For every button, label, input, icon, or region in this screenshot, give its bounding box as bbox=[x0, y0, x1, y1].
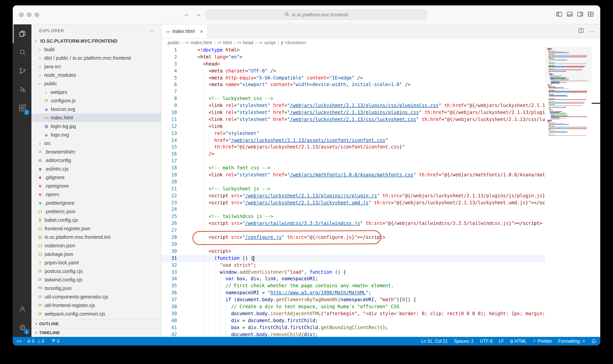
code-line-13[interactable]: 13 rel="stylesheet" bbox=[161, 130, 600, 137]
section-outline[interactable]: ›OUTLINE bbox=[31, 319, 161, 328]
code-line-21[interactable]: 21 <!-- luckysheet js --> bbox=[161, 186, 600, 193]
tree-item-tailwind-config-cjs[interactable]: JStailwind.config.cjs bbox=[31, 276, 161, 284]
code-line-28[interactable]: 28 <script src="/configure.js" th:src="@… bbox=[161, 234, 600, 241]
tree-item-browserslistrc[interactable]: ≡.browserslistrc bbox=[31, 148, 161, 156]
code-line-10[interactable]: 10 <link rel="stylesheet" href="/webjars… bbox=[161, 109, 600, 116]
more-actions-icon[interactable]: ⋯ bbox=[149, 27, 155, 34]
tree-item-login-bg-jpg[interactable]: ▦login-bg.jpg bbox=[31, 122, 161, 131]
code-line-1[interactable]: 1<!doctype html> bbox=[161, 47, 600, 54]
activity-item-search[interactable] bbox=[13, 43, 31, 62]
code-line-25[interactable]: 25 <!-- tailwindcss js --> bbox=[161, 213, 600, 220]
tree-item-editorconfig[interactable]: ⚙.editorconfig bbox=[31, 156, 161, 165]
more-actions-button[interactable]: ⋯ bbox=[589, 28, 595, 35]
tree-item-prettierrc-json[interactable]: {}.prettierrc.json bbox=[31, 208, 161, 216]
tab-index-html[interactable]: <> index.html × bbox=[161, 25, 207, 38]
tree-item-io-sc-platform-mvc-frontend[interactable]: ›IO.SC.PLATFORM.MVC.FRONTEND bbox=[31, 37, 161, 45]
tree-item-build[interactable]: ›build bbox=[31, 45, 161, 54]
breadcrumb-item-html[interactable]: <>html bbox=[218, 40, 232, 45]
tree-item-tsconfig-json[interactable]: TStsconfig.json bbox=[31, 284, 161, 293]
code-line-17[interactable]: 17 bbox=[161, 158, 600, 165]
section-timeline[interactable]: ›TIMELINE bbox=[31, 328, 161, 337]
code-line-22[interactable]: 22 <script src="/webjars/luckysheet/2.1.… bbox=[161, 193, 600, 199]
status-prettier[interactable]: ✓Prettier bbox=[533, 339, 552, 343]
forward-button[interactable]: → bbox=[194, 11, 202, 17]
code-line-33[interactable]: 33 window.addEventListener("load", funct… bbox=[161, 269, 600, 276]
tree-item-npmignore[interactable]: n.npmignore bbox=[31, 182, 161, 190]
code-line-37[interactable]: 37 if (document.body.getElementsByTagNam… bbox=[161, 297, 600, 303]
tree-item-src[interactable]: ›src bbox=[31, 139, 161, 148]
code-line-26[interactable]: 26 <script src="/webjars/tailwindcss/3.3… bbox=[161, 220, 600, 227]
tree-item-prettierignore[interactable]: ◆.prettierignore bbox=[31, 199, 161, 208]
code-editor[interactable]: 1<!doctype html>2<html lang="en">3 <head… bbox=[161, 47, 600, 337]
code-line-23[interactable]: 23 <script src="/webjars/luckysheet/2.1.… bbox=[161, 199, 600, 207]
code-line-3[interactable]: 3 <head> bbox=[161, 61, 600, 68]
code-line-9[interactable]: 9 <link rel="stylesheet" href="/webjars/… bbox=[161, 102, 600, 109]
layout-customize-button[interactable] bbox=[587, 11, 594, 17]
tree-item-nodemon-json[interactable]: {}nodemon.json bbox=[31, 242, 161, 250]
tree-item-java-src[interactable]: ›java-src bbox=[31, 62, 161, 71]
breadcrumb-item-index-html[interactable]: <>index.html bbox=[185, 40, 212, 45]
code-line-12[interactable]: 12 <link bbox=[161, 123, 600, 130]
tree-item-public[interactable]: ›public bbox=[31, 79, 161, 88]
tree-item-util-frontend-register-cjs[interactable]: JSutil-frontend-register.cjs bbox=[31, 301, 161, 310]
code-line-41[interactable]: 41 box = div.firstChild.firstChild.getBo… bbox=[161, 324, 600, 331]
status-formatting[interactable]: Formatting:× bbox=[558, 339, 585, 343]
tree-item-logo-svg[interactable]: ◈logo.svg bbox=[31, 131, 161, 139]
code-line-6[interactable]: 6 <meta name="viewport" content="width=d… bbox=[161, 82, 600, 89]
code-line-40[interactable]: 40 div = document.body.firstChild; bbox=[161, 317, 600, 324]
layout-sidebar-left-button[interactable] bbox=[556, 11, 563, 17]
tree-item-frontend-register-json[interactable]: {}frontend-register.json bbox=[31, 224, 161, 233]
status-language-mode[interactable]: {}HTML bbox=[510, 339, 527, 343]
code-line-35[interactable]: 35 // First check whether the page conta… bbox=[161, 283, 600, 290]
breadcrumb-item-function[interactable]: ƒ<function> bbox=[281, 40, 306, 45]
breadcrumb-item-script[interactable]: <>script bbox=[259, 40, 275, 45]
status-eol[interactable]: LF bbox=[499, 339, 504, 343]
code-line-16[interactable]: 16 /> bbox=[161, 151, 600, 158]
tree-item-favicon-svg[interactable]: ◈favicon.svg bbox=[31, 105, 161, 114]
code-line-5[interactable]: 5 <meta http-equiv="X-UA-Compatible" con… bbox=[161, 75, 600, 82]
code-line-18[interactable]: 18 <!-- math font css --> bbox=[161, 165, 600, 172]
tree-item-gitignore[interactable]: ◆.gitignore bbox=[31, 173, 161, 182]
code-line-32[interactable]: 32 "use strict"; bbox=[161, 262, 600, 269]
code-line-14[interactable]: 14 href="/webjars/luckysheet/2.1.13/asse… bbox=[161, 137, 600, 144]
code-line-29[interactable]: 29 bbox=[161, 241, 600, 248]
tree-item-util-components-generator-cjs[interactable]: JSutil-components-generator.cjs bbox=[31, 293, 161, 301]
tree-item-package-json[interactable]: {}package.json bbox=[31, 250, 161, 259]
back-button[interactable]: ← bbox=[183, 11, 191, 17]
code-line-15[interactable]: 15 th:href="@{/webjars/luckysheet/2.1.13… bbox=[161, 144, 600, 151]
tree-item-io-sc-platform-mvc-frontend-iml[interactable]: ▤io.sc.platform.mvc.frontend.iml bbox=[31, 233, 161, 242]
code-line-39[interactable]: 39 document.body.insertAdjacentHTML("aft… bbox=[161, 311, 600, 317]
code-line-19[interactable]: 19 <link rel="stylesheet" href="/webjars… bbox=[161, 172, 600, 179]
activity-item-run-and-debug[interactable] bbox=[13, 80, 31, 99]
code-line-34[interactable]: 34 var box, div, link, namespaceURI; bbox=[161, 276, 600, 283]
tree-item-webpack-config-common-cjs[interactable]: JSwebpack.config.common.cjs bbox=[31, 310, 161, 318]
activity-item-explorer[interactable] bbox=[13, 25, 31, 43]
code-line-42[interactable]: 42 document.body.removeChild(div); bbox=[161, 331, 600, 337]
breadcrumb-item-public[interactable]: public bbox=[168, 40, 180, 45]
tree-item-npmrc[interactable]: n.npmrc bbox=[31, 190, 161, 199]
minimap[interactable] bbox=[545, 47, 600, 337]
code-line-36[interactable]: 36 namespaceURI = "http://www.w3.org/199… bbox=[161, 290, 600, 297]
code-line-27[interactable]: 27 bbox=[161, 227, 600, 234]
code-line-24[interactable]: 24 bbox=[161, 207, 600, 213]
tree-item-pnpm-lock-yaml[interactable]: !pnpm-lock.yaml bbox=[31, 259, 161, 267]
activity-item-settings[interactable]: ⚙1 bbox=[13, 318, 31, 337]
minimize-window-button[interactable] bbox=[27, 13, 31, 17]
tree-item-eslintrc-cjs[interactable]: ●.eslintrc.cjs bbox=[31, 165, 161, 173]
command-center[interactable]: io.sc.platform.mvc.frontend bbox=[206, 10, 427, 20]
status-cursor-position[interactable]: Ln 31, Col 21 bbox=[421, 339, 448, 343]
status-remote[interactable] bbox=[17, 338, 22, 344]
code-line-4[interactable]: 4 <meta charset="UTF-8" /> bbox=[161, 68, 600, 75]
tree-item-postcss-config-cjs[interactable]: JSpostcss.config.cjs bbox=[31, 267, 161, 276]
status-notifications[interactable] bbox=[591, 338, 596, 344]
layout-sidebar-right-button[interactable] bbox=[577, 11, 584, 17]
status-ports[interactable]: 0 bbox=[51, 339, 61, 343]
code-line-30[interactable]: 30 <script> bbox=[161, 248, 600, 255]
tree-item-configure-js[interactable]: JSconfigure.js bbox=[31, 97, 161, 105]
tree-item-index-html[interactable]: <>index.html bbox=[31, 114, 161, 122]
breadcrumb-item-head[interactable]: <>head bbox=[237, 40, 253, 45]
code-line-38[interactable]: 38 // Create a div to test mspace, using… bbox=[161, 303, 600, 311]
close-tab-icon[interactable]: × bbox=[200, 28, 203, 34]
close-window-button[interactable] bbox=[19, 13, 24, 17]
tree-item-babel-config-cjs[interactable]: βbabel.config.cjs bbox=[31, 216, 161, 224]
